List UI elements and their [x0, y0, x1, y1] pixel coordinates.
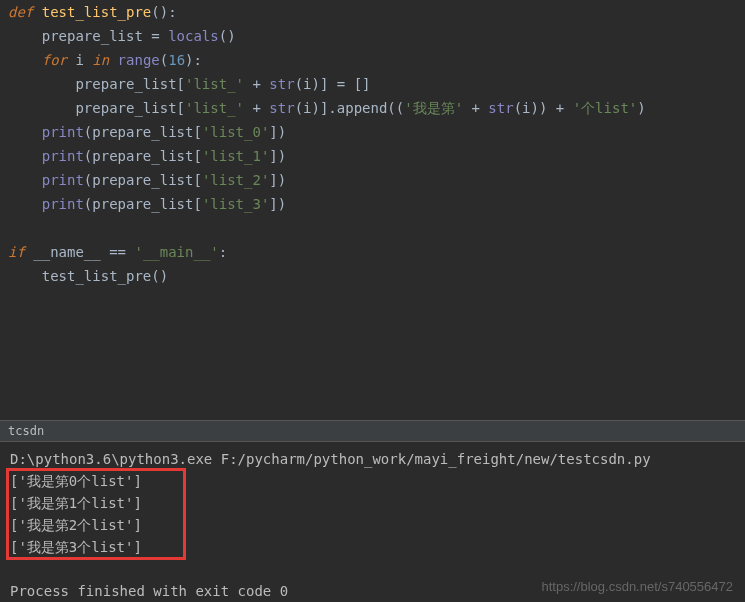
code-line: prepare_list['list_' + str(i)] = []: [8, 72, 745, 96]
watermark: https://blog.csdn.net/s740556472: [541, 576, 733, 598]
code-line: test_list_pre(): [8, 264, 745, 288]
code-editor[interactable]: def test_list_pre(): prepare_list = loca…: [0, 0, 745, 420]
console-result: ['我是第1个list']: [10, 492, 735, 514]
console-output[interactable]: D:\python3.6\python3.exe F:/pycharm/pyth…: [0, 442, 745, 602]
code-line: print(prepare_list['list_2']): [8, 168, 745, 192]
code-line: prepare_list['list_' + str(i)].append(('…: [8, 96, 745, 120]
code-line: print(prepare_list['list_1']): [8, 144, 745, 168]
code-line: print(prepare_list['list_3']): [8, 192, 745, 216]
console-result: ['我是第2个list']: [10, 514, 735, 536]
console-command: D:\python3.6\python3.exe F:/pycharm/pyth…: [10, 448, 735, 470]
code-line: [8, 216, 745, 240]
console-result: ['我是第3个list']: [10, 536, 735, 558]
code-line: print(prepare_list['list_0']): [8, 120, 745, 144]
code-line: if __name__ == '__main__':: [8, 240, 745, 264]
code-line: for i in range(16):: [8, 48, 745, 72]
console-result: ['我是第0个list']: [10, 470, 735, 492]
code-line: def test_list_pre():: [8, 0, 745, 24]
console-panel: tcsdn D:\python3.6\python3.exe F:/pychar…: [0, 420, 745, 602]
code-line: prepare_list = locals(): [8, 24, 745, 48]
console-tab[interactable]: tcsdn: [0, 421, 745, 442]
